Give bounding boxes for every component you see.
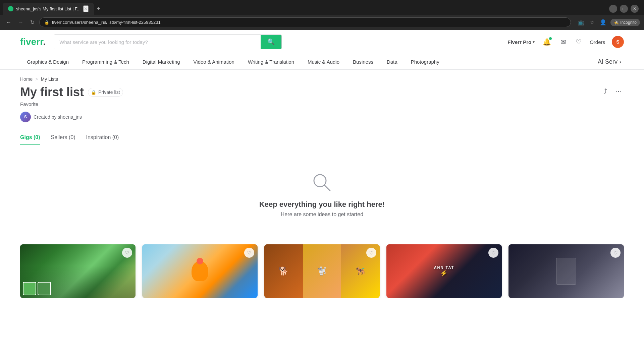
card-item[interactable]: 🐕 🐩 🐕‍🦺 ♡ <box>264 244 380 298</box>
private-label: Private list <box>98 89 120 95</box>
site-header: fiverr. 🔍 Fiverr Pro ▾ 🔔 ✉ ♡ Orders S Gr… <box>0 30 644 70</box>
forward-button[interactable]: → <box>16 18 25 27</box>
nav-graphics-design[interactable]: Graphics & Design <box>20 54 75 69</box>
browser-chrome: sheena_jns's My first list List | F... ✕… <box>0 0 644 30</box>
url-text: fiverr.com/users/sheena_jns/lists/my-fir… <box>52 20 161 25</box>
creator-avatar: S <box>20 112 31 122</box>
card-image: 🐕 🐩 🐕‍🦺 ♡ <box>264 244 380 298</box>
maximize-button[interactable]: □ <box>620 5 628 13</box>
nav-writing-translation[interactable]: Writing & Translation <box>241 54 301 69</box>
tab-title: sheena_jns's My first list List | F... <box>16 6 80 11</box>
lock-icon: 🔒 <box>44 20 49 25</box>
search-button[interactable]: 🔍 <box>261 35 281 49</box>
breadcrumb-home[interactable]: Home <box>20 76 33 82</box>
breadcrumb: Home > My Lists <box>0 70 644 85</box>
browser-tab-bar: sheena_jns's My first list List | F... ✕… <box>0 0 644 15</box>
empty-title: Keep everything you like right here! <box>259 200 385 209</box>
user-avatar[interactable]: S <box>612 36 624 48</box>
tab-close-button[interactable]: ✕ <box>83 5 89 12</box>
nav-digital-marketing[interactable]: Digital Marketing <box>136 54 187 69</box>
incognito-label: Incognito <box>620 20 637 25</box>
close-button[interactable]: ✕ <box>631 5 639 13</box>
list-actions: ⤴ ⋯ <box>602 85 624 97</box>
card-image: ♡ <box>20 244 136 298</box>
nav-scroll-button[interactable]: AI Serv › <box>588 54 624 69</box>
nav-video-animation[interactable]: Video & Animation <box>187 54 241 69</box>
nav-programming-tech[interactable]: Programming & Tech <box>75 54 136 69</box>
chevron-down-icon: ▾ <box>533 40 535 44</box>
card-image: ANN TAT⚡ ♡ <box>386 244 502 298</box>
card-image: ♡ <box>508 244 624 298</box>
wishlist-button[interactable]: ♡ <box>574 37 583 47</box>
page-content: My first list 🔒 Private list Favorite S … <box>0 85 644 311</box>
incognito-icon: 🕵 <box>614 20 619 25</box>
breadcrumb-separator: > <box>35 76 38 82</box>
url-bar[interactable]: 🔒 fiverr.com/users/sheena_jns/lists/my-f… <box>39 17 571 27</box>
list-creator: S Created by sheena_jns <box>20 112 123 122</box>
list-subtitle: Favorite <box>20 101 123 107</box>
empty-subtitle: Here are some ideas to get started <box>281 212 363 218</box>
header-nav: Fiverr Pro ▾ 🔔 ✉ ♡ Orders S <box>507 36 624 48</box>
tab-sellers[interactable]: Sellers (0) <box>51 130 75 145</box>
reload-button[interactable]: ↻ <box>28 18 37 27</box>
profile-button[interactable]: 👤 <box>598 18 608 27</box>
card-heart-button[interactable]: ♡ <box>366 248 376 258</box>
card-image: ♡ <box>142 244 258 298</box>
list-header: My first list 🔒 Private list Favorite S … <box>20 85 624 122</box>
messages-button[interactable]: ✉ <box>559 37 568 47</box>
tab-favicon <box>8 6 13 11</box>
nav-data[interactable]: Data <box>380 54 404 69</box>
browser-icons: 📺 ☆ 👤 🕵 Incognito <box>576 18 640 27</box>
lock-icon: 🔒 <box>91 90 96 95</box>
browser-toolbar: ← → ↻ 🔒 fiverr.com/users/sheena_jns/list… <box>0 15 644 30</box>
bookmark-button[interactable]: ☆ <box>588 18 596 27</box>
incognito-badge: 🕵 Incognito <box>610 19 640 26</box>
new-tab-button[interactable]: + <box>94 4 103 14</box>
list-title: My first list <box>20 85 84 99</box>
card-item[interactable]: ♡ <box>20 244 136 298</box>
breadcrumb-current: My Lists <box>41 76 58 82</box>
cast-button[interactable]: 📺 <box>576 18 586 27</box>
search-input[interactable] <box>54 35 261 49</box>
fiverr-pro-button[interactable]: Fiverr Pro ▾ <box>507 39 535 45</box>
more-options-button[interactable]: ⋯ <box>613 85 624 97</box>
user-initials: S <box>616 39 619 45</box>
share-button[interactable]: ⤴ <box>602 85 609 97</box>
list-title-row: My first list 🔒 Private list <box>20 85 123 99</box>
svg-line-1 <box>324 185 330 191</box>
window-controls: – □ ✕ <box>609 5 641 13</box>
card-item[interactable]: ♡ <box>142 244 258 298</box>
creator-text: Created by sheena_jns <box>34 114 82 120</box>
creator-initials: S <box>24 115 27 119</box>
notification-dot <box>549 37 552 40</box>
minimize-button[interactable]: – <box>609 5 617 13</box>
nav-photography[interactable]: Photography <box>404 54 446 69</box>
card-heart-button[interactable]: ♡ <box>488 248 498 258</box>
tabs: Gigs (0) Sellers (0) Inspiration (0) <box>20 130 624 145</box>
nav-music-audio[interactable]: Music & Audio <box>301 54 346 69</box>
card-heart-button[interactable]: ♡ <box>122 248 132 258</box>
back-button[interactable]: ← <box>4 18 13 27</box>
category-nav: Graphics & Design Programming & Tech Dig… <box>20 54 624 69</box>
fiverr-pro-label: Fiverr Pro <box>507 39 531 45</box>
empty-state: Keep everything you like right here! Her… <box>20 159 624 231</box>
tab-inspiration[interactable]: Inspiration (0) <box>86 130 119 145</box>
list-title-area: My first list 🔒 Private list Favorite S … <box>20 85 123 122</box>
notifications-button[interactable]: 🔔 <box>541 37 552 47</box>
magnifier-icon <box>311 172 333 193</box>
orders-link[interactable]: Orders <box>590 39 605 45</box>
nav-business[interactable]: Business <box>346 54 380 69</box>
card-heart-button[interactable]: ♡ <box>610 248 621 258</box>
fiverr-logo[interactable]: fiverr. <box>20 37 46 47</box>
cards-grid: ♡ ♡ 🐕 🐩 🐕‍🦺 <box>20 244 624 298</box>
card-item[interactable]: ANN TAT⚡ ♡ <box>386 244 502 298</box>
card-item[interactable]: ♡ <box>508 244 624 298</box>
card-heart-button[interactable]: ♡ <box>244 248 254 258</box>
active-tab[interactable]: sheena_jns's My first list List | F... ✕ <box>3 3 94 15</box>
tab-gigs[interactable]: Gigs (0) <box>20 130 40 145</box>
search-bar: 🔍 <box>54 35 282 49</box>
header-top: fiverr. 🔍 Fiverr Pro ▾ 🔔 ✉ ♡ Orders S <box>20 30 624 54</box>
private-badge[interactable]: 🔒 Private list <box>88 88 123 97</box>
